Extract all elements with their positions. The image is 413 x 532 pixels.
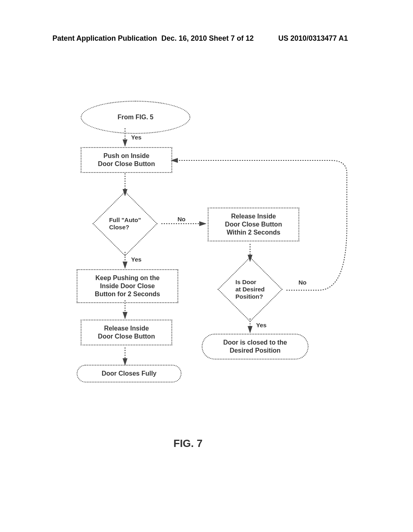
closed-desired-node: Door is closed to the Desired Position	[202, 334, 309, 360]
push-button-text: Push on Inside Door Close Button	[98, 152, 155, 168]
release-within-node: Release Inside Door Close Button Within …	[208, 208, 299, 241]
desired-position-decision: Is Door at Desired Position?	[214, 261, 286, 318]
start-node-text: From FIG. 5	[118, 113, 154, 121]
edge-label-auto-no: No	[177, 216, 186, 222]
edge-label-auto-yes: Yes	[131, 256, 142, 263]
auto-close-decision: Full "Auto" Close?	[89, 195, 161, 252]
figure-label: FIG. 7	[173, 437, 202, 450]
auto-close-decision-text: Full "Auto" Close?	[109, 216, 141, 231]
edge-label-start-yes: Yes	[131, 134, 142, 141]
edge-label-desired-yes: Yes	[256, 322, 267, 328]
keep-pushing-text: Keep Pushing on the Inside Door Close Bu…	[95, 274, 160, 298]
start-node: From FIG. 5	[81, 101, 190, 134]
keep-pushing-node: Keep Pushing on the Inside Door Close Bu…	[77, 269, 178, 303]
push-button-node: Push on Inside Door Close Button	[81, 147, 172, 173]
desired-position-decision-text: Is Door at Desired Position?	[236, 278, 265, 300]
flowchart-connectors	[0, 0, 413, 532]
release-left-text: Release Inside Door Close Button	[98, 324, 155, 341]
release-within-text: Release Inside Door Close Button Within …	[225, 212, 282, 237]
release-left-node: Release Inside Door Close Button	[81, 320, 172, 345]
closes-fully-text: Door Closes Fully	[102, 370, 156, 378]
closes-fully-node: Door Closes Fully	[77, 365, 181, 382]
closed-desired-text: Door is closed to the Desired Position	[223, 339, 287, 355]
edge-label-desired-no: No	[298, 279, 307, 286]
